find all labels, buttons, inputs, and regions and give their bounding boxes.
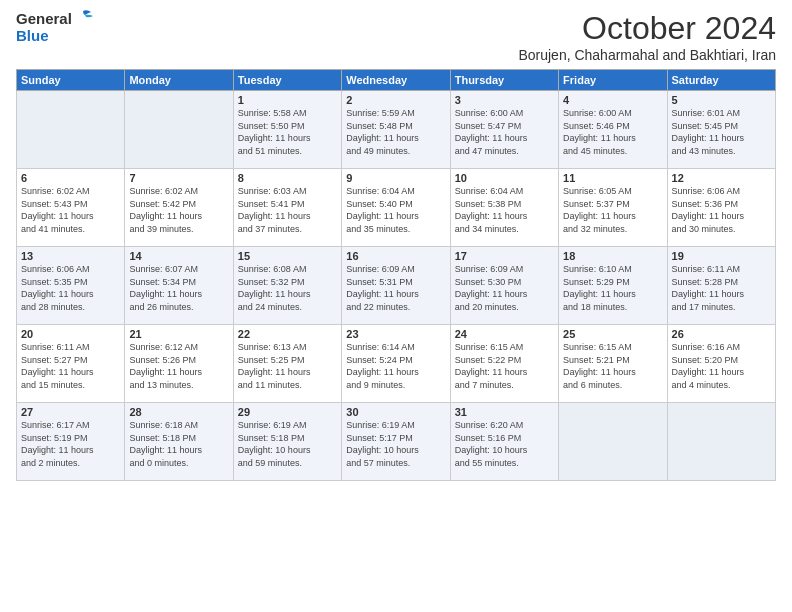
- day-info: Sunrise: 5:58 AM Sunset: 5:50 PM Dayligh…: [238, 107, 337, 157]
- table-cell: 6Sunrise: 6:02 AM Sunset: 5:43 PM Daylig…: [17, 169, 125, 247]
- day-number: 2: [346, 94, 445, 106]
- day-number: 25: [563, 328, 662, 340]
- day-number: 16: [346, 250, 445, 262]
- header-saturday: Saturday: [667, 70, 775, 91]
- day-info: Sunrise: 6:05 AM Sunset: 5:37 PM Dayligh…: [563, 185, 662, 235]
- week-row-2: 6Sunrise: 6:02 AM Sunset: 5:43 PM Daylig…: [17, 169, 776, 247]
- header-wednesday: Wednesday: [342, 70, 450, 91]
- day-number: 1: [238, 94, 337, 106]
- location-subtitle: Borujen, Chaharmahal and Bakhtiari, Iran: [518, 47, 776, 63]
- day-info: Sunrise: 6:15 AM Sunset: 5:22 PM Dayligh…: [455, 341, 554, 391]
- table-cell: 5Sunrise: 6:01 AM Sunset: 5:45 PM Daylig…: [667, 91, 775, 169]
- day-info: Sunrise: 6:04 AM Sunset: 5:38 PM Dayligh…: [455, 185, 554, 235]
- day-number: 29: [238, 406, 337, 418]
- table-cell: 11Sunrise: 6:05 AM Sunset: 5:37 PM Dayli…: [559, 169, 667, 247]
- day-info: Sunrise: 6:17 AM Sunset: 5:19 PM Dayligh…: [21, 419, 120, 469]
- table-cell: 19Sunrise: 6:11 AM Sunset: 5:28 PM Dayli…: [667, 247, 775, 325]
- day-number: 31: [455, 406, 554, 418]
- table-cell: [17, 91, 125, 169]
- day-info: Sunrise: 6:02 AM Sunset: 5:42 PM Dayligh…: [129, 185, 228, 235]
- table-cell: 24Sunrise: 6:15 AM Sunset: 5:22 PM Dayli…: [450, 325, 558, 403]
- table-cell: 16Sunrise: 6:09 AM Sunset: 5:31 PM Dayli…: [342, 247, 450, 325]
- day-number: 8: [238, 172, 337, 184]
- day-info: Sunrise: 6:06 AM Sunset: 5:35 PM Dayligh…: [21, 263, 120, 313]
- day-number: 3: [455, 94, 554, 106]
- table-cell: [667, 403, 775, 481]
- table-cell: 3Sunrise: 6:00 AM Sunset: 5:47 PM Daylig…: [450, 91, 558, 169]
- title-area: October 2024 Borujen, Chaharmahal and Ba…: [518, 10, 776, 63]
- day-info: Sunrise: 6:04 AM Sunset: 5:40 PM Dayligh…: [346, 185, 445, 235]
- table-cell: 26Sunrise: 6:16 AM Sunset: 5:20 PM Dayli…: [667, 325, 775, 403]
- day-number: 11: [563, 172, 662, 184]
- weekday-header-row: Sunday Monday Tuesday Wednesday Thursday…: [17, 70, 776, 91]
- table-cell: 30Sunrise: 6:19 AM Sunset: 5:17 PM Dayli…: [342, 403, 450, 481]
- day-number: 10: [455, 172, 554, 184]
- day-info: Sunrise: 6:01 AM Sunset: 5:45 PM Dayligh…: [672, 107, 771, 157]
- table-cell: 18Sunrise: 6:10 AM Sunset: 5:29 PM Dayli…: [559, 247, 667, 325]
- day-number: 22: [238, 328, 337, 340]
- header-monday: Monday: [125, 70, 233, 91]
- month-title: October 2024: [518, 10, 776, 47]
- day-info: Sunrise: 6:11 AM Sunset: 5:27 PM Dayligh…: [21, 341, 120, 391]
- day-number: 15: [238, 250, 337, 262]
- day-info: Sunrise: 6:00 AM Sunset: 5:47 PM Dayligh…: [455, 107, 554, 157]
- table-cell: 9Sunrise: 6:04 AM Sunset: 5:40 PM Daylig…: [342, 169, 450, 247]
- day-info: Sunrise: 6:03 AM Sunset: 5:41 PM Dayligh…: [238, 185, 337, 235]
- table-cell: 28Sunrise: 6:18 AM Sunset: 5:18 PM Dayli…: [125, 403, 233, 481]
- table-cell: [559, 403, 667, 481]
- day-info: Sunrise: 6:09 AM Sunset: 5:31 PM Dayligh…: [346, 263, 445, 313]
- day-info: Sunrise: 6:09 AM Sunset: 5:30 PM Dayligh…: [455, 263, 554, 313]
- day-info: Sunrise: 6:15 AM Sunset: 5:21 PM Dayligh…: [563, 341, 662, 391]
- table-cell: 4Sunrise: 6:00 AM Sunset: 5:46 PM Daylig…: [559, 91, 667, 169]
- day-info: Sunrise: 6:07 AM Sunset: 5:34 PM Dayligh…: [129, 263, 228, 313]
- day-info: Sunrise: 6:11 AM Sunset: 5:28 PM Dayligh…: [672, 263, 771, 313]
- week-row-1: 1Sunrise: 5:58 AM Sunset: 5:50 PM Daylig…: [17, 91, 776, 169]
- day-number: 19: [672, 250, 771, 262]
- table-cell: 20Sunrise: 6:11 AM Sunset: 5:27 PM Dayli…: [17, 325, 125, 403]
- logo-blue-text: Blue: [16, 27, 49, 44]
- table-cell: 13Sunrise: 6:06 AM Sunset: 5:35 PM Dayli…: [17, 247, 125, 325]
- day-number: 20: [21, 328, 120, 340]
- day-number: 9: [346, 172, 445, 184]
- page-container: General Blue October 2024 Borujen, Chaha…: [0, 0, 792, 489]
- header-thursday: Thursday: [450, 70, 558, 91]
- table-cell: [125, 91, 233, 169]
- day-number: 21: [129, 328, 228, 340]
- header-sunday: Sunday: [17, 70, 125, 91]
- day-number: 7: [129, 172, 228, 184]
- day-number: 12: [672, 172, 771, 184]
- day-number: 5: [672, 94, 771, 106]
- day-info: Sunrise: 6:16 AM Sunset: 5:20 PM Dayligh…: [672, 341, 771, 391]
- day-number: 27: [21, 406, 120, 418]
- table-cell: 15Sunrise: 6:08 AM Sunset: 5:32 PM Dayli…: [233, 247, 341, 325]
- table-cell: 10Sunrise: 6:04 AM Sunset: 5:38 PM Dayli…: [450, 169, 558, 247]
- header-friday: Friday: [559, 70, 667, 91]
- day-number: 4: [563, 94, 662, 106]
- table-cell: 23Sunrise: 6:14 AM Sunset: 5:24 PM Dayli…: [342, 325, 450, 403]
- day-number: 23: [346, 328, 445, 340]
- header-area: General Blue October 2024 Borujen, Chaha…: [16, 10, 776, 63]
- day-number: 17: [455, 250, 554, 262]
- day-number: 13: [21, 250, 120, 262]
- table-cell: 1Sunrise: 5:58 AM Sunset: 5:50 PM Daylig…: [233, 91, 341, 169]
- table-cell: 21Sunrise: 6:12 AM Sunset: 5:26 PM Dayli…: [125, 325, 233, 403]
- logo-bird-icon: [73, 9, 95, 25]
- table-cell: 29Sunrise: 6:19 AM Sunset: 5:18 PM Dayli…: [233, 403, 341, 481]
- day-info: Sunrise: 6:20 AM Sunset: 5:16 PM Dayligh…: [455, 419, 554, 469]
- day-info: Sunrise: 6:19 AM Sunset: 5:18 PM Dayligh…: [238, 419, 337, 469]
- day-info: Sunrise: 6:08 AM Sunset: 5:32 PM Dayligh…: [238, 263, 337, 313]
- table-cell: 22Sunrise: 6:13 AM Sunset: 5:25 PM Dayli…: [233, 325, 341, 403]
- table-cell: 12Sunrise: 6:06 AM Sunset: 5:36 PM Dayli…: [667, 169, 775, 247]
- week-row-5: 27Sunrise: 6:17 AM Sunset: 5:19 PM Dayli…: [17, 403, 776, 481]
- calendar-table: Sunday Monday Tuesday Wednesday Thursday…: [16, 69, 776, 481]
- logo: General Blue: [16, 10, 95, 44]
- day-number: 26: [672, 328, 771, 340]
- table-cell: 25Sunrise: 6:15 AM Sunset: 5:21 PM Dayli…: [559, 325, 667, 403]
- day-number: 14: [129, 250, 228, 262]
- day-info: Sunrise: 6:06 AM Sunset: 5:36 PM Dayligh…: [672, 185, 771, 235]
- day-number: 24: [455, 328, 554, 340]
- day-number: 6: [21, 172, 120, 184]
- day-info: Sunrise: 6:13 AM Sunset: 5:25 PM Dayligh…: [238, 341, 337, 391]
- header-tuesday: Tuesday: [233, 70, 341, 91]
- logo-general-text: General: [16, 10, 72, 27]
